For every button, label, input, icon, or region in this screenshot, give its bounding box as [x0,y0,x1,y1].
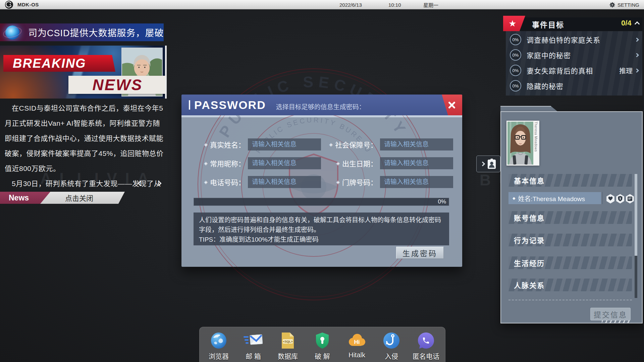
phone-input[interactable] [248,176,321,188]
woman-portrait-illustration [507,122,533,165]
svg-text:Hi: Hi [354,339,360,345]
diamond-bullet-icon: ◈ [336,161,340,166]
section-life-experience[interactable]: 生活经历 [508,256,632,269]
news-strip: NEWS [68,76,167,94]
favorite-hex-icon[interactable] [606,194,615,203]
field-nickname: ◈ 常用昵称： [192,157,321,170]
intrude-hook-icon [383,332,400,349]
avatar: Theresa Meadows [506,121,539,166]
objective-percent-badge: 0% [510,80,521,92]
profile-name-value: 姓名:Theresa Meadows [518,194,585,203]
tips-line: TIPS：准确度到达100%才能生成正确密码 [199,235,444,244]
objective-item[interactable]: 0% 家庭中的秘密 [506,47,642,63]
objective-percent-badge: 0% [510,49,521,61]
news-next-button[interactable] [153,178,164,189]
birthdate-label: ◈ 出生日期： [324,158,377,168]
profile-collapse-handle[interactable] [476,156,500,172]
anonymous-phone-icon [417,332,435,349]
section-basic-info[interactable]: 基本信息 [508,174,632,187]
chevron-right-icon [156,181,162,186]
objectives-title: 事件目标 [532,19,564,29]
house-number-input[interactable] [380,176,453,188]
objectives-list: 0% 调查赫伯特的家庭关系 0% 家庭中的秘密 0% 妻女失踪背后的真相 推理 … [506,31,642,96]
diamond-bullet-icon: ◈ [204,161,208,166]
section-relationships[interactable]: 人脉关系 [508,279,632,291]
profile-name-row[interactable]: ◆ 姓名:Theresa Meadows [508,192,601,204]
house-number-label: ◈ 门牌号码： [324,177,377,187]
settings-label: SETTING [618,2,639,8]
objectives-collapse-button[interactable] [635,21,639,27]
accuracy-progress-bar: 0% [194,198,449,206]
chevron-right-icon [635,68,639,73]
diamond-bullet-icon: ◈ [204,179,208,185]
profile-scrollbar[interactable] [635,174,637,298]
dialog-title: PASSWORD [194,99,266,112]
shield-hex-icon[interactable] [616,194,625,203]
generate-password-button[interactable]: 生成密码 [396,247,444,259]
dock-app-mail[interactable]: 邮 箱 [238,332,269,361]
nickname-input[interactable] [248,157,321,169]
field-phone: ◈ 电话号码： [192,176,321,188]
chevron-left-icon [138,181,144,186]
password-dialog-body: PUBLIC SECURITY PUBLIC SECURITY BUREAU ◈… [181,115,462,267]
section-behavior-records[interactable]: 行为记录 [508,234,632,246]
progress-percent: 0% [438,198,446,205]
dashed-divider [508,300,632,300]
dock-app-crack[interactable]: 破 解 [307,332,338,361]
news-ticker-banner: 司为CSID提供大数据服务，屡破 [0,23,164,41]
objective-item[interactable]: 0% 隐藏的秘密 [506,78,642,94]
dock-app-intrude[interactable]: 入侵 [376,332,407,361]
submit-info-button[interactable]: 提交信息 [590,308,631,320]
info-action-icons [606,194,634,203]
birthdate-input[interactable] [380,157,453,169]
objectives-progress: 0/4 [621,19,632,27]
news-prev-button[interactable] [135,178,146,189]
section-account-info[interactable]: 账号信息 [508,211,632,224]
chevron-right-icon [635,53,639,57]
close-hint-label: 点击关闭 [65,193,93,203]
password-tips-box: 人们设置的密码普遍和自身的信息有关，破解工具会将目标人物的每条信息转化成密码字段… [194,213,449,245]
objective-item[interactable]: 0% 调查赫伯特的家庭关系 [506,32,642,47]
id-badge-icon [487,159,496,169]
nickname-label: ◈ 常用昵称： [192,158,245,168]
article-paragraph-1: 在CSID与泰坦公司宣布合作之后，泰坦在今年5月正式研发出Van+ AI智能系统… [5,101,165,176]
dialog-subtitle: 选择目标足够的信息生成密码： [276,102,365,111]
password-dialog-header: PASSWORD 选择目标足够的信息生成密码： [181,95,462,115]
system-time: 10:10 [388,0,401,9]
chevron-up-icon [635,21,640,27]
dock-app-browser[interactable]: 浏览器 [203,332,234,361]
news-tab-label: News [9,193,29,202]
objectives-header: ★ 事件目标 0/4 [503,16,643,31]
ssn-input[interactable] [380,138,453,150]
body-top-strip [181,115,462,117]
news-article: 在CSID与泰坦公司宣布合作之后，泰坦在今年5月正式研发出Van+ AI智能系统… [5,101,165,206]
hitalk-cloud-icon: Hi [347,332,366,349]
chevron-right-icon [635,38,639,42]
name-row-divider [602,192,603,204]
real-name-label: ◈ 真实姓名： [192,139,245,149]
card-hex-icon[interactable] [626,194,634,203]
title-tick [189,100,190,110]
close-icon [447,101,456,109]
objective-percent-badge: 0% [510,34,521,45]
field-ssn: ◈ 社会保障号： [324,138,453,151]
app-dock: 浏览器 邮 箱 <SQL> 数据 [199,327,445,362]
browser-globe-icon [210,332,227,349]
breaking-strip: BREAKING [3,55,115,72]
scrollbar-thumb[interactable] [635,174,637,256]
field-house-number: ◈ 门牌号码： [324,176,453,188]
star-icon: ★ [508,18,516,29]
diamond-bullet-icon: ◆ [513,196,515,200]
dock-app-hitalk[interactable]: Hi Hitalk [341,332,372,359]
real-name-input[interactable] [248,138,321,150]
dialog-close-button[interactable] [435,95,462,115]
settings-button[interactable]: SETTING [609,0,639,9]
dock-app-database[interactable]: <SQL> 数据库 [272,332,303,361]
ssn-label: ◈ 社会保障号： [324,139,377,149]
objective-item[interactable]: 0% 妻女失踪背后的真相 推理 [506,63,642,78]
system-date: 2022/6/13 [339,0,362,9]
field-birthdate: ◈ 出生日期： [324,157,453,170]
dock-app-anonymous-call[interactable]: 匿名电话 [411,332,441,361]
system-weekday: 星期一 [423,0,438,9]
news-word: NEWS [93,76,143,94]
